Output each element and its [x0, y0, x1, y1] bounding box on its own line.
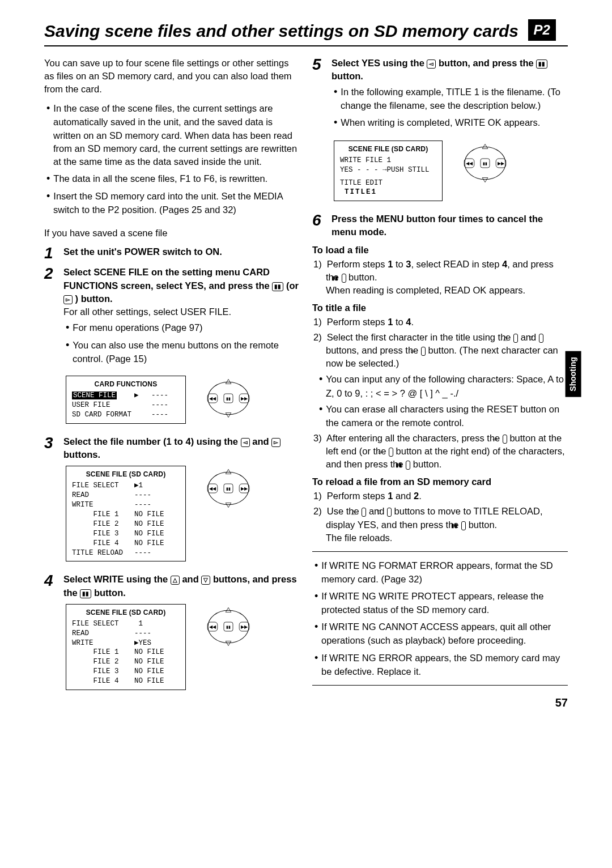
list-item: When writing is completed, WRITE OK appe… — [341, 116, 568, 130]
step-4-head: Select WRITE using the △ and ▽ buttons, … — [63, 574, 297, 597]
step-2-head: Select SCENE FILE on the setting menu CA… — [63, 267, 299, 303]
card-functions-screen: CARD FUNCTIONS SCENE FILE▶ ---- USER FIL… — [66, 376, 186, 424]
svg-text:▶▶: ▶▶ — [241, 624, 248, 629]
reload-tail: The file reloads. — [326, 531, 568, 544]
title-step-3: 3) After entering all the characters, pr… — [326, 432, 568, 471]
pause-icon: ▮▮ — [272, 282, 283, 291]
svg-text:▮▮: ▮▮ — [226, 486, 231, 491]
left-column: You can save up to four scene file setti… — [44, 57, 300, 701]
step-5-head: Select YES using the ◅ button, and press… — [332, 58, 547, 81]
list-item: If WRITE NG CANNOT ACCESS appears, quit … — [321, 620, 568, 647]
title-step-2: 2) Select the first character in the tit… — [326, 331, 568, 429]
step-number: 4 — [44, 573, 58, 697]
step-3: 3 Select the file number (1 to 4) using … — [44, 435, 300, 568]
scene-file-screen-3: SCENE FILE (SD CARD) FILE SELECT▶1 READ-… — [66, 466, 186, 561]
step-1: 1 Set the unit's POWER switch to ON. — [44, 245, 300, 261]
pause-icon: ▮▮ — [461, 521, 466, 530]
reload-step-1: 1) Perform steps 1 and 2. — [326, 490, 568, 503]
step-3-head: Select the file number (1 to 4) using th… — [63, 436, 280, 459]
svg-text:◀◀: ◀◀ — [209, 624, 216, 629]
up-icon: △ — [171, 576, 180, 585]
to-title-head: To title a file — [312, 301, 568, 314]
right-column: 5 Select YES using the ◅ button, and pre… — [312, 57, 568, 701]
title-step-1: 1) Perform steps 1 to 4. — [326, 316, 568, 329]
svg-text:▶▶: ▶▶ — [498, 161, 505, 166]
fwd-icon: ▻ — [271, 438, 280, 447]
pause-icon: ▮▮ — [80, 589, 91, 598]
dpad-icon: ◀◀▶▶▮▮ — [200, 376, 257, 424]
dpad-icon: ◀◀▶▶▮▮ — [457, 141, 513, 189]
down-icon: ▽ — [539, 334, 543, 343]
rew-icon: ◅ — [427, 59, 436, 69]
step-4: 4 Select WRITE using the △ and ▽ buttons… — [44, 573, 300, 697]
section-tab: Shooting — [566, 351, 581, 397]
svg-text:▮▮: ▮▮ — [226, 624, 231, 629]
intro-paragraph: You can save up to four scene file setti… — [44, 57, 300, 96]
list-item: For menu operations (Page 97) — [73, 321, 300, 335]
error-list: If WRITE NG FORMAT ERROR appears, format… — [312, 559, 568, 678]
step-number: 6 — [312, 212, 326, 239]
svg-text:▮▮: ▮▮ — [226, 396, 231, 401]
screen-title: CARD FUNCTIONS — [72, 380, 180, 389]
intro-bullets: In the case of the scene files, the curr… — [44, 101, 300, 216]
list-item: You can also use the menu buttons on the… — [73, 338, 300, 365]
svg-text:▶▶: ▶▶ — [241, 486, 248, 491]
list-item: If WRITE NG FORMAT ERROR appears, format… — [321, 559, 568, 586]
page-header: Saving scene files and other settings on… — [44, 19, 568, 46]
rew-icon: ◅ — [241, 438, 250, 447]
list-item: If WRITE NG ERROR appears, the SD memory… — [321, 651, 568, 678]
step-number: 2 — [44, 266, 58, 431]
list-item: In the following example, TITLE 1 is the… — [341, 85, 568, 112]
svg-text:▮▮: ▮▮ — [483, 161, 487, 166]
svg-text:◀◀: ◀◀ — [209, 486, 216, 491]
page-number: 57 — [555, 695, 568, 710]
intro-text: You can save up to four scene file setti… — [44, 57, 300, 96]
down-icon: ▽ — [201, 576, 210, 585]
step-2-body: For all other settings, select USER FILE… — [63, 305, 300, 318]
intro-bullet: In the case of the scene files, the curr… — [53, 101, 300, 168]
step-6-head: Press the MENU button four times to canc… — [332, 214, 543, 237]
step-number: 5 — [312, 57, 326, 208]
step-5: 5 Select YES using the ◅ button, and pre… — [312, 57, 568, 208]
step-number: 3 — [44, 435, 58, 568]
reload-step-2: 2) Use the △ and ▽ buttons to move to TI… — [326, 505, 568, 544]
dpad-icon: ◀◀▶▶▮▮ — [200, 466, 257, 514]
svg-text:▶▶: ▶▶ — [241, 396, 248, 401]
p2-badge: P2 — [528, 19, 556, 41]
scene-file-screen-5: SCENE FILE (SD CARD) WRITE FILE 1 YES - … — [334, 141, 443, 202]
intro-bullet: Insert the SD memory card into the unit.… — [53, 189, 300, 216]
rew-icon: ◅ — [503, 435, 507, 444]
fwd-icon: ▻ — [421, 347, 426, 356]
fwd-icon: ▻ — [63, 295, 73, 304]
pre-if-text: If you have saved a scene file — [44, 227, 300, 240]
list-item: If WRITE NG WRITE PROTECT appears, relea… — [321, 589, 568, 616]
intro-bullet: The data in all the scene files, F1 to F… — [53, 172, 300, 186]
fwd-icon: ▻ — [389, 448, 393, 457]
list-item: You can erase all characters using the R… — [326, 402, 568, 429]
list-item: You can input any of the following chara… — [326, 372, 568, 399]
down-icon: ▽ — [387, 508, 392, 517]
up-icon: △ — [513, 334, 518, 343]
screen-title: SCENE FILE (SD CARD) — [340, 144, 436, 154]
page-title: Saving scene files and other settings on… — [44, 19, 518, 43]
load-step-1: 1) Perform steps 1 to 3, select READ in … — [326, 258, 568, 297]
to-load-head: To load a file — [312, 244, 568, 257]
pause-icon: ▮▮ — [536, 59, 547, 69]
step-2: 2 Select SCENE FILE on the setting menu … — [44, 266, 300, 431]
scene-file-screen-4: SCENE FILE (SD CARD) FILE SELECT 1 READ-… — [66, 604, 186, 690]
step-number: 1 — [44, 245, 58, 261]
step-6: 6 Press the MENU button four times to ca… — [312, 212, 568, 239]
dpad-icon: ◀◀▶▶▮▮ — [200, 604, 257, 653]
screen-title: SCENE FILE (SD CARD) — [72, 470, 180, 479]
load-tail: When reading is completed, READ OK appea… — [326, 284, 568, 297]
step-1-head: Set the unit's POWER switch to ON. — [63, 246, 222, 257]
svg-text:◀◀: ◀◀ — [466, 161, 473, 166]
to-reload-head: To reload a file from an SD memory card — [312, 475, 568, 488]
menu-item-selected: SCENE FILE — [72, 392, 117, 399]
pause-icon: ▮▮ — [342, 274, 346, 283]
svg-text:◀◀: ◀◀ — [209, 396, 216, 401]
screen-title: SCENE FILE (SD CARD) — [72, 608, 180, 617]
